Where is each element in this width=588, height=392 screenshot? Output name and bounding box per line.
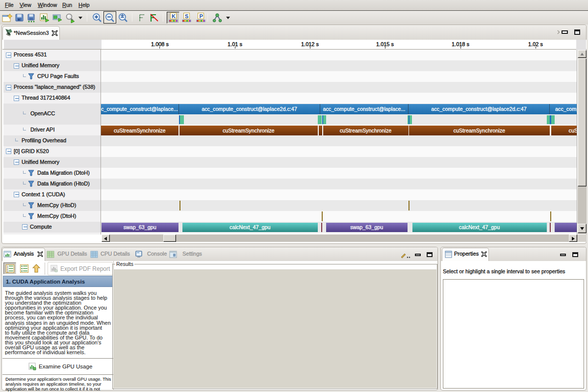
svg-text:P: P <box>200 13 203 19</box>
svg-text:K: K <box>172 13 176 19</box>
svg-text:3: 3 <box>7 270 8 273</box>
svg-text:S: S <box>185 13 188 19</box>
